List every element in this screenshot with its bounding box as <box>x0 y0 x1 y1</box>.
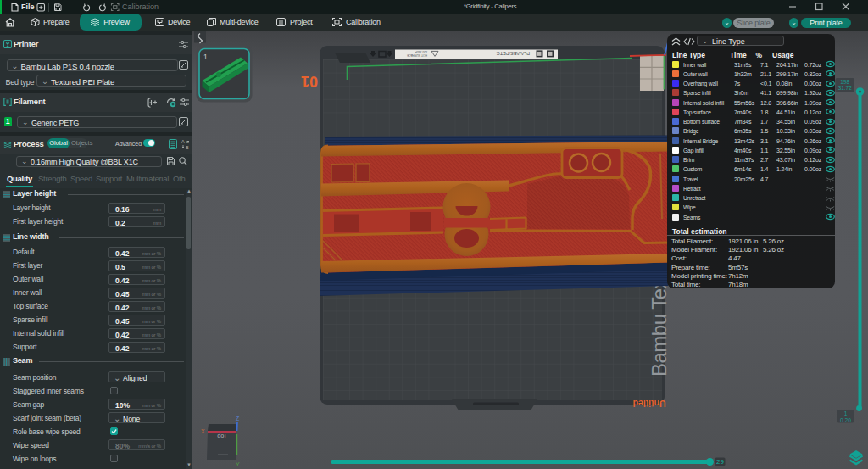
svg-text:B: B <box>186 145 189 150</box>
svg-text:Y: Y <box>236 461 240 467</box>
svg-text:Z: Z <box>236 416 240 422</box>
svg-text:Untitled: Untitled <box>632 399 665 409</box>
svg-text:198: 198 <box>840 79 849 85</box>
svg-text:29: 29 <box>716 458 724 466</box>
svg-text:PLA/ABS/PETG: PLA/ABS/PETG <box>497 51 530 56</box>
svg-text:1: 1 <box>844 410 848 416</box>
svg-text:A: A <box>181 139 185 144</box>
svg-text:Top: Top <box>217 433 226 439</box>
svg-text:01: 01 <box>301 73 318 90</box>
svg-text:1: 1 <box>203 53 208 61</box>
svg-text:31.72: 31.72 <box>838 85 852 91</box>
svg-text:0.20: 0.20 <box>840 417 851 423</box>
svg-text:X: X <box>201 428 205 434</box>
svg-text:420 340F: 420 340F <box>415 50 427 53</box>
